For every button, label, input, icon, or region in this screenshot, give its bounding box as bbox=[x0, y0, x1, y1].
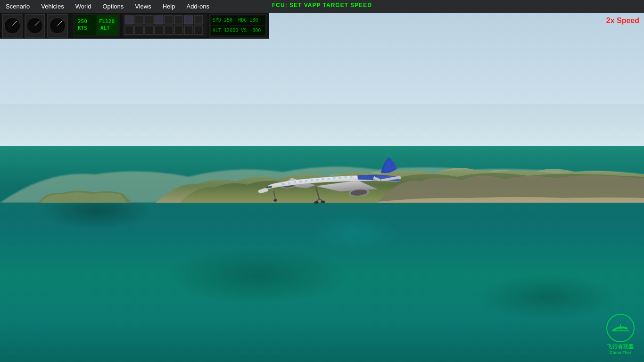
menu-addons[interactable]: Add-ons bbox=[181, 1, 215, 12]
cockpit-instruments bbox=[0, 13, 269, 39]
flight-viewport: A320 bbox=[0, 0, 644, 362]
atmosphere-haze bbox=[0, 104, 644, 151]
svg-rect-19 bbox=[294, 181, 296, 183]
svg-point-33 bbox=[314, 201, 319, 204]
svg-rect-28 bbox=[344, 176, 347, 178]
svg-rect-22 bbox=[311, 179, 313, 181]
svg-rect-27 bbox=[339, 177, 341, 179]
cockpit-panel-strip[interactable] bbox=[0, 13, 269, 39]
svg-rect-25 bbox=[327, 178, 330, 180]
watermark-aircraft-icon bbox=[610, 321, 631, 335]
svg-rect-20 bbox=[299, 181, 302, 182]
svg-rect-24 bbox=[322, 178, 324, 180]
aircraft: A320 bbox=[252, 149, 408, 223]
menu-scenario[interactable]: Scenario bbox=[0, 1, 35, 12]
fcu-status-text: FCU: SET VAPP TARGET SPEED bbox=[272, 2, 372, 8]
svg-rect-26 bbox=[333, 177, 335, 179]
svg-line-35 bbox=[273, 190, 275, 199]
svg-rect-18 bbox=[288, 182, 290, 184]
watermark-english-text: China Flier bbox=[610, 350, 632, 355]
svg-line-30 bbox=[316, 187, 319, 199]
menu-vehicles[interactable]: Vehicles bbox=[35, 1, 69, 12]
menu-help[interactable]: Help bbox=[157, 1, 181, 12]
watermark-chinese-text: 飞行者联盟 bbox=[607, 343, 634, 350]
menu-world[interactable]: World bbox=[70, 1, 97, 12]
menu-options[interactable]: Options bbox=[97, 1, 129, 12]
svg-point-36 bbox=[273, 199, 277, 202]
menu-views[interactable]: Views bbox=[129, 1, 157, 12]
svg-rect-29 bbox=[350, 176, 352, 178]
speed-indicator: 2x Speed bbox=[606, 16, 639, 25]
svg-point-34 bbox=[321, 200, 325, 204]
watermark-circle bbox=[606, 314, 635, 342]
svg-rect-23 bbox=[316, 179, 319, 181]
watermark-logo: 飞行者联盟 China Flier bbox=[606, 314, 635, 355]
svg-rect-37 bbox=[611, 330, 629, 331]
svg-rect-21 bbox=[305, 180, 307, 181]
